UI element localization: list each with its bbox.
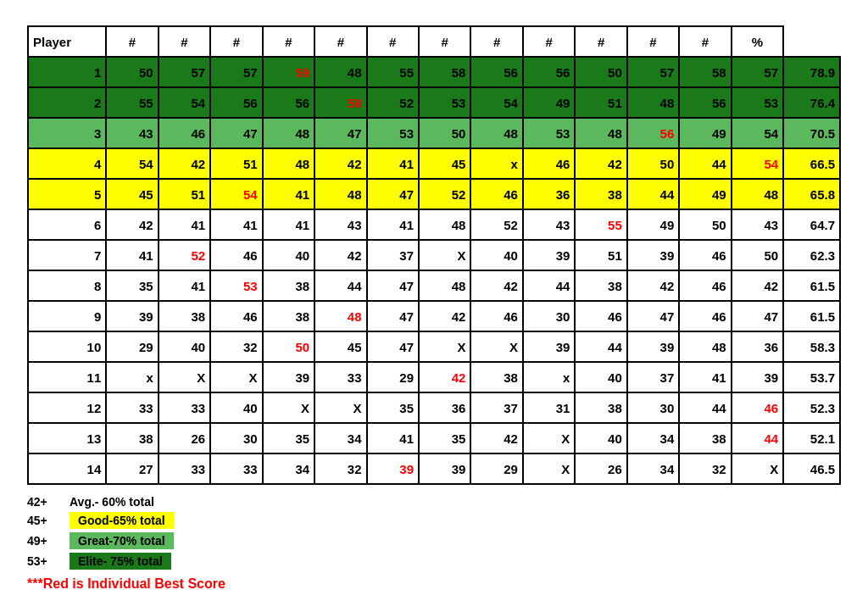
row-5-cell-4: 43 [314, 209, 366, 240]
row-1-cell-4: 58 [314, 87, 366, 118]
player-cell-4: 5 [28, 179, 106, 209]
row-4-cell-3: 41 [263, 179, 314, 209]
row-8-cell-12: 47 [732, 301, 783, 331]
row-9-cell-5: 47 [367, 331, 419, 362]
table-row: 15057575948555856565057585778.9 [28, 57, 840, 87]
row-12-cell-1: 26 [159, 423, 210, 453]
pct-cell-3: 66.5 [783, 148, 840, 179]
col-header-7: # [419, 26, 470, 57]
col-header-12: # [679, 26, 731, 57]
row-9-cell-1: 40 [159, 331, 210, 362]
row-6-cell-3: 40 [263, 240, 314, 270]
row-9-cell-4: 45 [314, 331, 366, 362]
row-5-cell-2: 41 [210, 209, 262, 240]
table-row: 25554565658525354495148565376.4 [28, 87, 840, 118]
row-3-cell-2: 51 [210, 148, 262, 179]
row-0-cell-11: 58 [679, 57, 731, 87]
pct-cell-10: 53.7 [783, 362, 840, 392]
legend-row: 45+Good-65% total [27, 512, 841, 529]
row-12-cell-6: 35 [419, 423, 470, 453]
row-10-cell-0: x [106, 362, 158, 392]
legend-label: 45+ [27, 514, 70, 527]
row-0-cell-3: 59 [263, 57, 314, 87]
pct-cell-2: 70.5 [783, 118, 840, 148]
row-6-cell-1: 52 [159, 240, 210, 270]
row-2-cell-5: 53 [367, 118, 419, 148]
legend-label: 42+ [27, 495, 70, 509]
page-wrapper: Player############%150575759485558565650… [27, 17, 841, 592]
row-9-cell-9: 44 [575, 331, 626, 362]
row-1-cell-11: 56 [679, 87, 731, 118]
player-cell-12: 13 [28, 423, 106, 453]
row-9-cell-7: X [470, 331, 522, 362]
player-cell-6: 7 [28, 240, 106, 270]
row-2-cell-0: 43 [106, 118, 158, 148]
row-3-cell-7: x [470, 148, 522, 179]
row-10-cell-7: 38 [470, 362, 522, 392]
row-10-cell-8: x [523, 362, 575, 392]
row-8-cell-1: 38 [159, 301, 210, 331]
row-7-cell-10: 42 [627, 270, 679, 301]
row-7-cell-6: 48 [419, 270, 470, 301]
row-5-cell-5: 41 [367, 209, 419, 240]
row-12-cell-11: 38 [679, 423, 731, 453]
col-header-11: # [627, 26, 679, 57]
row-5-cell-10: 49 [627, 209, 679, 240]
pct-cell-4: 65.8 [783, 179, 840, 209]
table-row: 54551544148475246363844494865.8 [28, 179, 840, 209]
legend-text: Elite- 75% total [70, 553, 171, 570]
row-8-cell-0: 39 [106, 301, 158, 331]
row-11-cell-12: 46 [732, 392, 783, 423]
legend-text: Avg.- 60% total [70, 495, 154, 509]
row-8-cell-10: 47 [627, 301, 679, 331]
row-12-cell-3: 35 [263, 423, 314, 453]
row-9-cell-6: X [419, 331, 470, 362]
row-10-cell-3: 39 [263, 362, 314, 392]
table-row: 133826303534413542X4034384452.1 [28, 423, 840, 453]
row-9-cell-12: 36 [732, 331, 783, 362]
row-6-cell-11: 46 [679, 240, 731, 270]
row-3-cell-4: 42 [314, 148, 366, 179]
col-header-3: # [210, 26, 262, 57]
col-header-player: Player [28, 26, 106, 57]
legend-text: Good-65% total [70, 512, 174, 529]
row-4-cell-11: 49 [679, 179, 731, 209]
col-header-5: # [314, 26, 366, 57]
row-13-cell-9: 26 [575, 453, 626, 484]
row-9-cell-2: 32 [210, 331, 262, 362]
row-7-cell-11: 46 [679, 270, 731, 301]
pct-cell-1: 76.4 [783, 87, 840, 118]
table-row: 7415246404237X40395139465062.3 [28, 240, 840, 270]
player-cell-1: 2 [28, 87, 106, 118]
row-6-cell-5: 37 [367, 240, 419, 270]
row-2-cell-1: 46 [159, 118, 210, 148]
row-4-cell-9: 38 [575, 179, 626, 209]
row-6-cell-6: X [419, 240, 470, 270]
row-10-cell-1: X [159, 362, 210, 392]
table-row: 83541533844474842443842464261.5 [28, 270, 840, 301]
row-0-cell-8: 56 [523, 57, 575, 87]
player-cell-3: 4 [28, 148, 106, 179]
row-5-cell-12: 43 [732, 209, 783, 240]
row-11-cell-6: 36 [419, 392, 470, 423]
table-row: 142733333432393929X263432X46.5 [28, 453, 840, 484]
col-header-1: # [106, 26, 158, 57]
row-3-cell-11: 44 [679, 148, 731, 179]
row-4-cell-10: 44 [627, 179, 679, 209]
row-4-cell-6: 52 [419, 179, 470, 209]
pct-cell-9: 58.3 [783, 331, 840, 362]
row-0-cell-12: 57 [732, 57, 783, 87]
row-0-cell-2: 57 [210, 57, 262, 87]
row-0-cell-5: 55 [367, 57, 419, 87]
player-cell-8: 9 [28, 301, 106, 331]
legend-container: 42+Avg.- 60% total45+Good-65% total49+Gr… [27, 495, 841, 592]
row-1-cell-8: 49 [523, 87, 575, 118]
row-9-cell-10: 39 [627, 331, 679, 362]
row-13-cell-2: 33 [210, 453, 262, 484]
row-11-cell-9: 38 [575, 392, 626, 423]
row-1-cell-5: 52 [367, 87, 419, 118]
row-8-cell-2: 46 [210, 301, 262, 331]
row-4-cell-8: 36 [523, 179, 575, 209]
table-row: 11xXX3933294238x4037413953.7 [28, 362, 840, 392]
row-11-cell-4: X [314, 392, 366, 423]
